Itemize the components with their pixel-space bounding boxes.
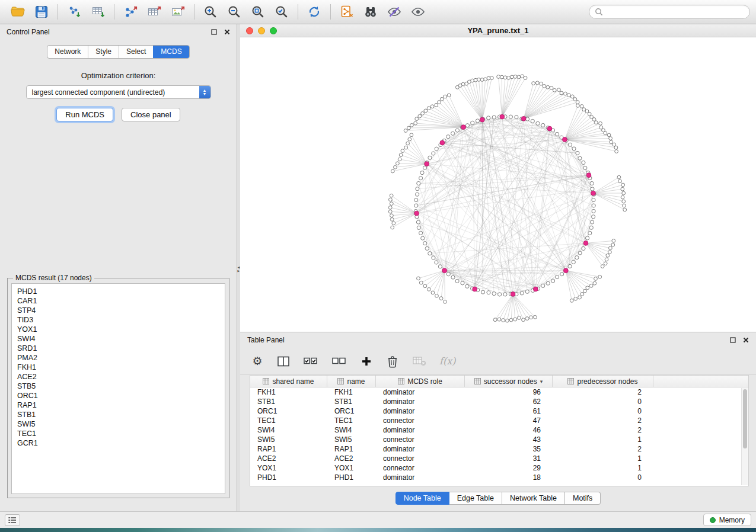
import-network-button[interactable] — [62, 2, 86, 21]
column-header-predecessor-nodes[interactable]: predecessor nodes — [553, 376, 653, 387]
result-node-item[interactable]: RAP1 — [17, 400, 225, 410]
export-image-button[interactable] — [166, 2, 190, 21]
close-panel-button[interactable] — [224, 29, 230, 35]
table-cell: PHD1 — [327, 473, 376, 482]
function-builder-button[interactable]: f(x) — [439, 354, 455, 369]
table-cell: TEC1 — [327, 416, 376, 425]
select-all-button[interactable] — [303, 354, 318, 369]
close-window-button[interactable] — [246, 27, 253, 34]
result-node-item[interactable]: TEC1 — [17, 429, 225, 438]
result-node-item[interactable]: SRD1 — [17, 344, 225, 353]
zoom-fit-button[interactable] — [246, 2, 270, 21]
tab-network[interactable]: Network — [47, 46, 88, 58]
table-settings-button[interactable]: ⚙ — [251, 354, 264, 369]
zoom-out-button[interactable] — [222, 2, 246, 21]
close-panel-action-button[interactable]: Close panel — [122, 108, 180, 121]
result-node-item[interactable]: CAR1 — [17, 296, 225, 306]
column-header-successor-nodes[interactable]: successor nodes▾ — [465, 376, 553, 387]
tab-select[interactable]: Select — [119, 46, 153, 58]
search-field[interactable] — [589, 5, 750, 19]
export-table-button[interactable] — [142, 2, 166, 21]
table-row[interactable]: STB1STB1dominator620 — [250, 397, 748, 406]
memory-button[interactable]: Memory — [703, 514, 751, 526]
hide-selected-button[interactable] — [382, 2, 406, 21]
first-neighbors-button[interactable] — [359, 2, 382, 21]
maximize-window-button[interactable] — [270, 27, 277, 34]
eye-icon — [410, 4, 426, 20]
export-network-button[interactable] — [119, 2, 142, 21]
control-panel-header: Control Panel — [0, 24, 237, 40]
delete-column-button[interactable] — [386, 354, 399, 369]
tab-network-table[interactable]: Network Table — [502, 492, 565, 505]
table-cell: YOX1 — [327, 464, 376, 472]
import-table-button[interactable] — [86, 2, 110, 21]
network-view[interactable] — [240, 37, 756, 332]
tab-style[interactable]: Style — [88, 46, 119, 58]
run-mcds-button[interactable]: Run MCDS — [56, 108, 113, 121]
table-cell: 2 — [553, 445, 653, 453]
result-node-item[interactable]: PHD1 — [17, 287, 225, 296]
result-node-item[interactable]: SWI4 — [17, 334, 225, 344]
criterion-dropdown[interactable]: largest connected component (undirected)… — [26, 85, 211, 99]
result-node-item[interactable]: ORC1 — [17, 391, 225, 400]
result-node-item[interactable]: ACE2 — [17, 372, 225, 382]
tab-mcds[interactable]: MCDS — [153, 46, 189, 58]
table-row[interactable]: SWI4SWI4dominator462 — [250, 425, 748, 435]
show-columns-button[interactable] — [277, 354, 290, 369]
splitter-collapse-icons[interactable]: ◀▶ — [238, 266, 240, 273]
table-cell: STB1 — [327, 398, 376, 406]
result-node-item[interactable]: GCR1 — [17, 438, 225, 448]
table-scrollbar[interactable] — [741, 388, 748, 485]
table-cell: 2 — [553, 416, 653, 425]
result-node-item[interactable]: STB5 — [17, 382, 225, 391]
mcds-result-list[interactable]: PHD1CAR1STP4TID3YOX1SWI4SRD1PMA2FKH1ACE2… — [11, 283, 225, 494]
deselect-all-button[interactable] — [331, 354, 347, 369]
refresh-layout-button[interactable] — [302, 2, 326, 21]
table-row[interactable]: SWI5SWI5connector431 — [250, 435, 748, 444]
table-row[interactable]: YOX1YOX1connector291 — [250, 463, 748, 473]
save-session-button[interactable] — [30, 2, 53, 21]
table-cell: ACE2 — [250, 454, 327, 463]
node-table-body: FKH1FKH1dominator962STB1STB1dominator620… — [250, 387, 748, 486]
float-panel-button[interactable] — [211, 29, 217, 35]
float-table-panel-button[interactable] — [730, 337, 736, 343]
task-history-button[interactable] — [5, 514, 20, 526]
table-row[interactable]: TEC1TEC1connector472 — [250, 416, 748, 425]
result-node-item[interactable]: TID3 — [17, 315, 225, 325]
zoom-selected-button[interactable] — [270, 2, 294, 21]
open-folder-icon — [10, 4, 25, 20]
minimize-window-button[interactable] — [258, 27, 265, 34]
open-session-button[interactable] — [6, 2, 30, 21]
search-input[interactable] — [607, 7, 744, 17]
zoom-in-button[interactable] — [199, 2, 222, 21]
table-row[interactable]: RAP1RAP1dominator352 — [250, 444, 748, 454]
node-table-header: shared namenameMCDS rolesuccessor nodes▾… — [250, 376, 748, 387]
table-row[interactable]: ORC1ORC1dominator610 — [250, 406, 748, 416]
result-node-item[interactable]: YOX1 — [17, 325, 225, 334]
table-row[interactable]: FKH1FKH1dominator962 — [250, 387, 748, 397]
result-node-item[interactable]: PMA2 — [17, 353, 225, 363]
column-header-MCDS-role[interactable]: MCDS role — [376, 376, 465, 387]
close-table-panel-button[interactable] — [743, 337, 749, 343]
tab-node-table[interactable]: Node Table — [395, 492, 449, 505]
optimization-criterion-label: Optimization criterion: — [0, 71, 237, 80]
add-column-button[interactable] — [360, 354, 373, 369]
table-cell: SWI5 — [327, 435, 376, 444]
table-row[interactable]: PHD1PHD1dominator180 — [250, 473, 748, 482]
result-node-item[interactable]: FKH1 — [17, 363, 225, 372]
column-header-name[interactable]: name — [327, 376, 376, 387]
result-node-item[interactable]: STB1 — [17, 410, 225, 419]
result-node-item[interactable]: SWI5 — [17, 419, 225, 429]
column-header-shared-name[interactable]: shared name — [250, 376, 327, 387]
table-row[interactable]: ACE2ACE2connector311 — [250, 454, 748, 463]
table-scrollbar-thumb[interactable] — [743, 389, 747, 448]
result-node-item[interactable]: STP4 — [17, 306, 225, 315]
share-document-button[interactable] — [335, 2, 359, 21]
tab-edge-table[interactable]: Edge Table — [449, 492, 502, 505]
network-canvas[interactable] — [240, 37, 756, 332]
delete-table-button[interactable] — [412, 354, 426, 369]
show-all-button[interactable] — [406, 2, 430, 21]
float-icon — [211, 29, 217, 35]
tab-motifs[interactable]: Motifs — [565, 492, 601, 505]
table-cell: 0 — [553, 473, 653, 482]
